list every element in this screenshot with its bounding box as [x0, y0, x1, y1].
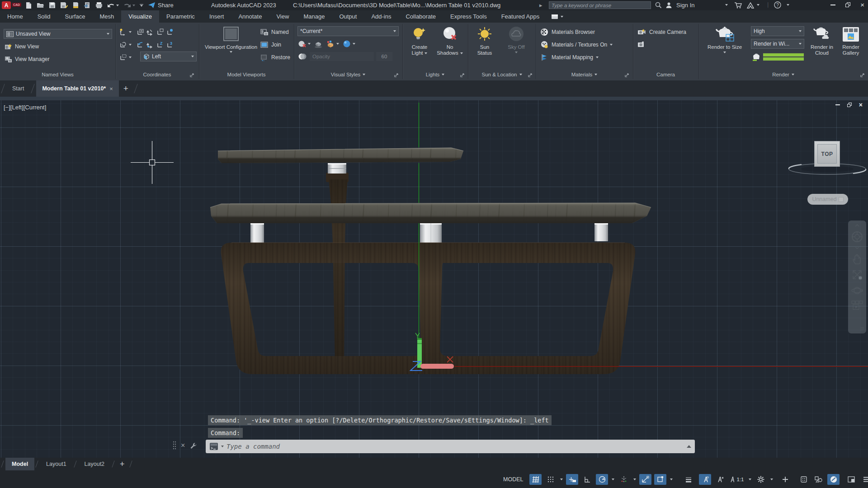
- tab-manage[interactable]: Manage: [296, 10, 332, 23]
- redo-dropdown-icon[interactable]: [132, 5, 135, 6]
- camera-display-button[interactable]: [637, 40, 646, 50]
- visual-style-dropdown[interactable]: *Current*: [297, 26, 399, 36]
- redo-button[interactable]: [123, 2, 135, 9]
- command-close-icon[interactable]: ×: [181, 441, 185, 450]
- save-button[interactable]: [49, 2, 56, 9]
- tab-view[interactable]: View: [269, 10, 296, 23]
- materials-style-dropdown-icon[interactable]: [336, 43, 339, 45]
- tab-collaborate[interactable]: Collaborate: [398, 10, 443, 23]
- lights-dialog-launcher-icon[interactable]: [460, 71, 466, 76]
- shadow-dropdown-icon[interactable]: [308, 43, 311, 45]
- coordinates-dialog-launcher-icon[interactable]: [190, 71, 195, 76]
- ribbon-display-toggle[interactable]: [551, 10, 563, 23]
- render-to-size-button[interactable]: Render to Size: [701, 25, 748, 53]
- panel-label-coordinates[interactable]: Coordinates: [115, 69, 199, 80]
- layout-tab-layout1[interactable]: Layout1: [40, 458, 72, 470]
- annotation-visibility-toggle[interactable]: [699, 474, 711, 485]
- viewport-configuration-button[interactable]: Viewport Configuration: [204, 25, 258, 53]
- panel-label-lights[interactable]: Lights: [402, 69, 468, 80]
- viewport-name-badge[interactable]: Unnamed: [807, 194, 848, 205]
- tab-solid[interactable]: Solid: [30, 10, 58, 23]
- workspace-dropdown-icon[interactable]: [769, 474, 774, 485]
- navigation-bar[interactable]: [848, 221, 866, 333]
- snap-mode-toggle[interactable]: [544, 474, 557, 485]
- visual-style-sphere-icon[interactable]: [342, 40, 351, 48]
- ucs-rotate-dropdown-icon[interactable]: [129, 44, 132, 46]
- tab-output[interactable]: Output: [332, 10, 364, 23]
- ucs-face-icon[interactable]: [166, 28, 174, 36]
- command-prompt-icon[interactable]: [209, 442, 218, 450]
- materials-browser-button[interactable]: Materials Browser: [540, 27, 595, 37]
- new-drawing-button[interactable]: +: [119, 80, 133, 97]
- viewcube[interactable]: TOP: [814, 141, 840, 167]
- opacity-slider[interactable]: Opacity: [310, 52, 374, 61]
- qat-customize-icon[interactable]: [140, 4, 143, 7]
- tab-parametric[interactable]: Parametric: [159, 10, 202, 23]
- workspace-switching-button[interactable]: [755, 474, 767, 485]
- material-mapping-button[interactable]: Material Mapping: [540, 52, 599, 62]
- visual-styles-dialog-launcher-icon[interactable]: [394, 71, 400, 76]
- create-camera-button[interactable]: Create Camera: [637, 27, 686, 37]
- navbar-wheel-dropdown-icon[interactable]: [855, 247, 859, 249]
- isolate-objects-button[interactable]: [797, 474, 810, 485]
- create-light-button[interactable]: Create Light: [406, 25, 433, 56]
- tab-featured-apps[interactable]: Featured Apps: [494, 10, 547, 23]
- save-as-button[interactable]: [60, 2, 68, 9]
- sign-in-label[interactable]: Sign In: [676, 2, 694, 9]
- panel-label-model-viewports[interactable]: Model Viewports: [199, 69, 294, 80]
- close-button[interactable]: ×: [860, 2, 864, 7]
- opacity-icon[interactable]: [297, 52, 307, 61]
- annotation-scale-dropdown-icon[interactable]: [748, 474, 752, 485]
- isometric-drafting-toggle[interactable]: [618, 474, 630, 485]
- viewport-name-dropdown-icon[interactable]: [839, 197, 844, 202]
- material-mapping-dropdown-icon[interactable]: [596, 56, 599, 58]
- fullscreen-button[interactable]: [845, 474, 857, 485]
- tab-home[interactable]: Home: [0, 10, 30, 23]
- opacity-value[interactable]: 60: [376, 52, 392, 61]
- autocad-logo-icon[interactable]: A: [2, 1, 11, 9]
- undo-button[interactable]: [107, 2, 119, 9]
- ucs-world-icon[interactable]: [136, 28, 144, 36]
- autodesk-apps-dropdown-icon[interactable]: [757, 4, 760, 6]
- ucs-dropdown-icon[interactable]: [129, 31, 132, 33]
- tab-insert[interactable]: Insert: [202, 10, 231, 23]
- command-customize-wrench-icon[interactable]: [189, 442, 197, 450]
- command-expand-icon[interactable]: [687, 445, 691, 448]
- object-snap-dropdown-icon[interactable]: [669, 474, 673, 485]
- snap-dropdown-icon[interactable]: [559, 474, 563, 485]
- navigation-wheel-icon[interactable]: [851, 231, 863, 243]
- annotation-monitor-button[interactable]: [779, 474, 791, 485]
- materials-textures-dropdown-icon[interactable]: [610, 44, 613, 46]
- autodesk-apps-icon[interactable]: [747, 2, 754, 9]
- object-snap-tracking-toggle[interactable]: [639, 474, 651, 485]
- named-viewport-button[interactable]: Named: [260, 27, 289, 37]
- ucs-named-dropdown-icon[interactable]: [129, 56, 132, 58]
- polar-tracking-toggle[interactable]: [596, 474, 608, 485]
- ucs-z-axis-icon[interactable]: Z: [156, 41, 164, 49]
- model-space-label[interactable]: MODEL: [503, 476, 523, 483]
- panel-label-sun-location[interactable]: Sun & Location: [468, 69, 536, 80]
- sky-off-button[interactable]: Sky Off: [501, 25, 531, 53]
- materials-dialog-launcher-icon[interactable]: [625, 71, 630, 76]
- render-gallery-button[interactable]: Render Gallery: [837, 25, 865, 56]
- search-input[interactable]: Type a keyword or phrase: [549, 1, 651, 9]
- file-tab-start[interactable]: Start: [6, 80, 30, 97]
- render-dialog-launcher-icon[interactable]: [860, 71, 866, 76]
- no-shadow-style-icon[interactable]: [297, 40, 307, 48]
- view-manager-button[interactable]: View Manager: [5, 54, 50, 64]
- tab-add-ins[interactable]: Add-ins: [364, 10, 398, 23]
- pan-icon[interactable]: [851, 253, 863, 265]
- view-dropdown[interactable]: Unsaved View: [4, 29, 112, 39]
- file-tab-document[interactable]: Modern Table 01 v2010* ×: [36, 80, 118, 97]
- panel-label-camera[interactable]: Camera: [633, 69, 698, 80]
- ucs-3point-icon[interactable]: 3: [166, 41, 174, 49]
- orbit-icon[interactable]: [851, 285, 863, 296]
- ucs-icon[interactable]: [119, 28, 127, 36]
- tab-surface[interactable]: Surface: [58, 10, 93, 23]
- panel-label-materials[interactable]: Materials: [536, 69, 633, 80]
- drawing-viewport[interactable]: [−][Left][Current] ×: [0, 100, 868, 458]
- tab-annotate[interactable]: Annotate: [231, 10, 269, 23]
- sun-status-button[interactable]: Sun Status: [472, 25, 498, 56]
- tab-mesh[interactable]: Mesh: [92, 10, 121, 23]
- share-button[interactable]: Share: [148, 2, 174, 9]
